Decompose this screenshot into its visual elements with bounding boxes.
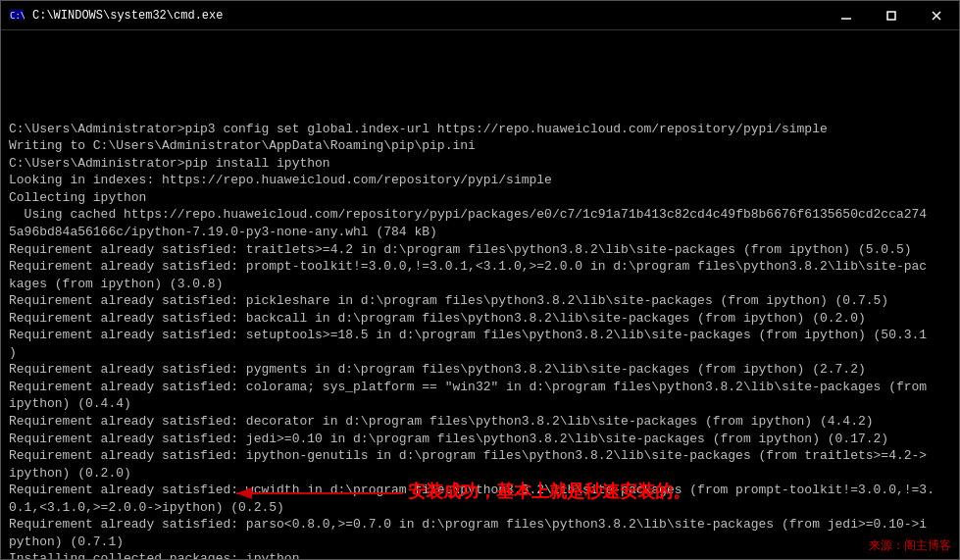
cmd-icon: C:\ bbox=[9, 8, 25, 24]
terminal-line: Requirement already satisfied: colorama;… bbox=[9, 379, 951, 396]
terminal-line: Requirement already satisfied: setuptool… bbox=[9, 327, 951, 344]
terminal-output[interactable]: C:\Users\Administrator>pip3 config set g… bbox=[1, 30, 959, 559]
terminal-line: Using cached https://repo.huaweicloud.co… bbox=[9, 206, 951, 224]
title-bar: C:\ C:\WINDOWS\system32\cmd.exe bbox=[1, 1, 959, 30]
terminal-line: Looking in indexes: https://repo.huaweic… bbox=[9, 172, 951, 189]
terminal-line: ) bbox=[9, 344, 951, 362]
terminal-line: Requirement already satisfied: jedi>=0.1… bbox=[9, 431, 951, 448]
terminal-line: Requirement already satisfied: backcall … bbox=[9, 310, 951, 328]
terminal-line: Writing to C:\Users\Administrator\AppDat… bbox=[9, 137, 951, 155]
close-button[interactable] bbox=[914, 1, 959, 30]
terminal-line: Requirement already satisfied: prompt-to… bbox=[9, 258, 951, 276]
terminal-line: Requirement already satisfied: decorator… bbox=[9, 413, 951, 431]
svg-rect-4 bbox=[887, 12, 895, 20]
svg-text:C:\: C:\ bbox=[10, 11, 25, 21]
terminal-line: ipython) (0.4.4) bbox=[9, 395, 951, 413]
terminal-line: Requirement already satisfied: traitlets… bbox=[9, 241, 951, 259]
terminal-line: Requirement already satisfied: parso<0.8… bbox=[9, 516, 951, 534]
terminal-line: Installing collected packages: ipython bbox=[9, 550, 951, 559]
terminal-line: 5a96bd84a56166c/ipython-7.19.0-py3-none-… bbox=[9, 224, 951, 241]
watermark: 来源：阁主博客 bbox=[869, 537, 951, 553]
annotation-text: 安装成功，基本上就是秒速安装的。 bbox=[408, 480, 690, 503]
terminal-line: C:\Users\Administrator>pip3 config set g… bbox=[9, 121, 951, 138]
terminal-line: python) (0.7.1) bbox=[9, 534, 951, 551]
maximize-button[interactable] bbox=[869, 1, 914, 30]
terminal-line: Requirement already satisfied: picklesha… bbox=[9, 292, 951, 310]
cmd-window: C:\ C:\WINDOWS\system32\cmd.exe bbox=[0, 0, 960, 560]
terminal-line: Requirement already satisfied: ipython-g… bbox=[9, 447, 951, 465]
terminal-line: C:\Users\Administrator>pip install ipyth… bbox=[9, 155, 951, 173]
minimize-button[interactable] bbox=[824, 1, 869, 30]
terminal-line: Requirement already satisfied: pygments … bbox=[9, 361, 951, 379]
window-title: C:\WINDOWS\system32\cmd.exe bbox=[32, 9, 951, 23]
window-controls bbox=[824, 1, 959, 30]
terminal-line: Collecting ipython bbox=[9, 189, 951, 207]
terminal-line: kages (from ipython) (3.0.8) bbox=[9, 276, 951, 293]
